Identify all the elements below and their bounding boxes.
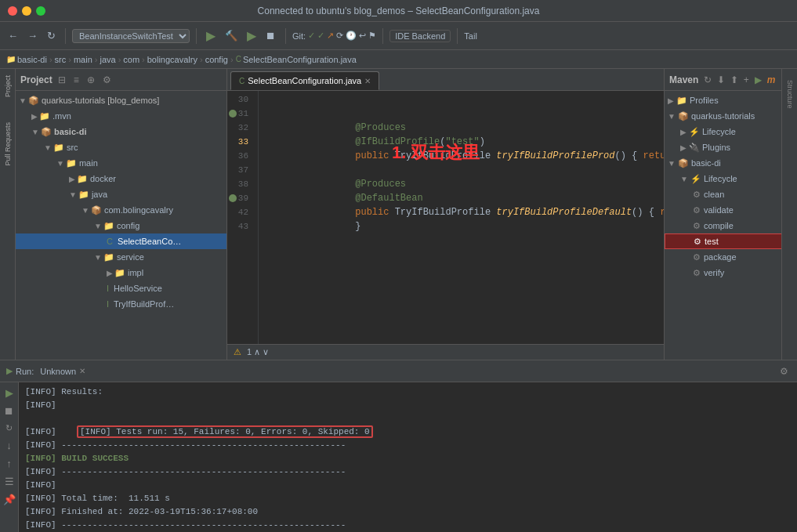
pull-requests-tab[interactable]: Pull Requests [2,119,13,169]
run-filter-btn[interactable]: ☰ [3,474,16,489]
lc-bdi-icon: ⚡ [690,174,701,184]
maven-clean[interactable]: ⚙ clean [665,186,797,202]
run-output[interactable]: [INFO] Results: [INFO] [INFO] Tests run:… [19,382,797,532]
expand-arrow-impl: ▶ [107,269,113,277]
tree-item-helloservice[interactable]: I HelloService [16,280,226,296]
left-sidebar-tabs: Project Pull Requests [0,69,16,360]
maven-verify[interactable]: ⚙ verify [665,265,797,280]
tree-item-java[interactable]: ▼ 📁 java [16,186,226,202]
run-pin-btn[interactable]: 📌 [2,492,17,507]
build-button[interactable]: 🔨 [222,28,241,43]
bc-item-1[interactable]: src [55,55,67,64]
bc-item-4[interactable]: com [123,55,139,64]
run-scroll-down-btn[interactable]: ↓ [5,438,13,453]
maven-download-btn[interactable]: ⬇ [715,74,726,86]
separator-2 [196,28,197,44]
separator-3 [285,28,286,44]
minimize-traffic-light[interactable] [22,6,31,16]
run-tab-close[interactable]: ✕ [79,367,85,375]
code-line-30 [265,92,658,107]
stop-button[interactable]: ⏹ [263,28,279,43]
bc-item-0[interactable]: basic-di [17,55,47,64]
tree-item-src[interactable]: ▼ 📁 src [16,139,226,155]
ln-38: 38 [227,177,252,191]
maven-m-btn[interactable]: m [766,74,777,86]
maven-lifecycle-1[interactable]: ▶ ⚡ Lifecycle [665,124,797,139]
bc-item-6[interactable]: config [205,55,228,64]
bc-item-5[interactable]: bolingcavalry [147,55,197,64]
refresh-button[interactable]: ↻ [44,28,59,43]
maven-test[interactable]: ⚙ test [665,233,797,249]
breakpoint-marker-31[interactable] [229,110,237,118]
code-editor[interactable]: @Produces @IfBuildProfile("test") public… [259,91,664,344]
run-toolbar: ▶ Run: Unknown ✕ ⚙ [0,360,797,382]
close-traffic-light[interactable] [8,6,17,16]
tab-label: SelectBeanConfiguration.java [248,76,361,85]
plugins-arrow: ▶ [680,143,687,152]
tree-item-com-pkg[interactable]: ▼ 📦 com.bolingcavalry [16,202,226,218]
fullscreen-traffic-light[interactable] [36,6,45,16]
tree-item-service[interactable]: ▼ 📁 service [16,249,226,265]
maven-compile[interactable]: ⚙ compile [665,218,797,233]
maven-lifecycle-basic-di[interactable]: ▼ ⚡ Lifecycle [665,171,797,186]
separator-1 [65,28,66,44]
project-locate-btn[interactable]: ⊕ [85,74,97,86]
ide-backend-button[interactable]: IDE Backend [389,30,451,42]
maven-basic-di[interactable]: ▼ 📦 basic-di [665,155,797,171]
warning-nav-down[interactable]: ∨ [263,347,269,356]
maven-profiles[interactable]: ▶ 📁 Profiles [665,92,797,108]
run-button[interactable]: ▶ [203,27,219,45]
maven-plugins-1[interactable]: ▶ 🔌 Plugins [665,139,797,155]
bc-item-2[interactable]: main [74,55,92,64]
output-line-0: [INFO] Results: [25,385,791,399]
structure-label[interactable]: Structure [784,77,795,112]
back-button[interactable]: ← [5,28,21,43]
tab-close-button[interactable]: ✕ [364,77,371,85]
ln-32: 32 [227,121,252,135]
run-config-select[interactable]: BeanInstanceSwitchTest [72,29,190,43]
bc-item-3[interactable]: java [100,55,115,64]
verify-label: verify [704,268,724,277]
run-stop-btn[interactable]: ⏹ [2,404,16,418]
maven-validate[interactable]: ⚙ validate [665,202,797,218]
project-expand-btn[interactable]: ≡ [71,74,82,86]
run-play-btn[interactable]: ▶ [4,385,15,400]
project-settings-btn[interactable]: ⚙ [100,74,114,86]
folder-icon-service: 📁 [103,252,114,262]
tree-item-basic-di[interactable]: ▼ 📦 basic-di [16,124,226,139]
tree-item-selectbean[interactable]: C SelectBeanCo… [16,233,226,249]
run-scroll-up-btn[interactable]: ↑ [5,456,13,471]
project-collapse-btn[interactable]: ⊟ [56,74,68,86]
folder-icon-root: 📦 [28,96,39,106]
maven-upload-btn[interactable]: ⬆ [729,74,740,86]
tree-item-impl[interactable]: ▶ 📁 impl [16,265,226,280]
editor-area: C SelectBeanConfiguration.java ✕ 30 31 3… [227,69,664,360]
maven-quarkus-tutorials[interactable]: ▼ 📦 quarkus-tutorials [665,108,797,124]
tree-item-root[interactable]: ▼ 📦 quarkus-tutorials [blog_demos] [16,92,226,108]
titlebar: Connected to ubuntu's blog_demos – Selec… [0,0,797,22]
tree-label-basic-di: basic-di [54,127,87,136]
output-line-9: [INFO] Finished at: 2022-03-19T15:36:17+… [25,505,791,519]
run-rerun-btn[interactable]: ↻ [4,422,14,435]
breakpoint-marker-39[interactable] [229,194,237,202]
tree-item-docker[interactable]: ▶ 📁 docker [16,171,226,186]
tree-item-main[interactable]: ▼ 📁 main [16,155,226,171]
tree-item-config[interactable]: ▼ 📁 config [16,218,226,233]
bc-file[interactable]: SelectBeanConfiguration.java [243,55,357,64]
verify-icon: ⚙ [693,268,701,278]
editor-tab-selectbean[interactable]: C SelectBeanConfiguration.java ✕ [230,71,379,90]
maven-package[interactable]: ⚙ package [665,249,797,265]
forward-button[interactable]: → [24,28,41,43]
run-button-2[interactable]: ▶ [244,27,259,45]
profiles-icon: 📁 [676,96,687,106]
project-tab-vertical[interactable]: Project [2,72,13,100]
git-history-icon: 🕐 [346,31,357,41]
maven-refresh-btn[interactable]: ↻ [702,74,713,86]
run-settings-btn[interactable]: ⚙ [777,365,791,378]
tree-item-tryifbuild[interactable]: I TryIfBuildProf… [16,296,226,312]
warning-nav-up[interactable]: ∧ [254,347,260,356]
maven-run-btn[interactable]: ▶ [753,74,763,86]
expand-arrow-main: ▼ [56,159,64,168]
tree-item-mvn[interactable]: ▶ 📁 .mvn [16,108,226,124]
maven-add-btn[interactable]: + [742,74,751,86]
